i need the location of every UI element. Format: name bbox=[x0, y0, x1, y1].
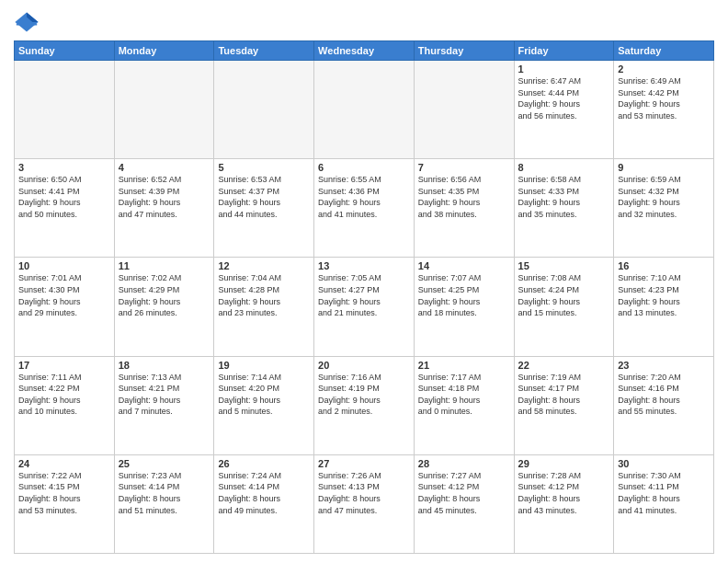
day-number: 24 bbox=[18, 458, 110, 469]
day-number: 10 bbox=[18, 260, 110, 271]
calendar-cell: 14Sunrise: 7:07 AM Sunset: 4:25 PM Dayli… bbox=[414, 258, 514, 356]
calendar-week-row: 24Sunrise: 7:22 AM Sunset: 4:15 PM Dayli… bbox=[15, 454, 714, 553]
calendar-cell: 5Sunrise: 6:53 AM Sunset: 4:37 PM Daylig… bbox=[214, 159, 314, 258]
day-info: Sunrise: 6:55 AM Sunset: 4:36 PM Dayligh… bbox=[318, 174, 410, 220]
calendar-cell: 16Sunrise: 7:10 AM Sunset: 4:23 PM Dayli… bbox=[614, 258, 714, 356]
day-info: Sunrise: 7:23 AM Sunset: 4:14 PM Dayligh… bbox=[119, 470, 210, 516]
calendar-cell: 17Sunrise: 7:11 AM Sunset: 4:22 PM Dayli… bbox=[15, 356, 115, 454]
day-number: 4 bbox=[119, 162, 210, 173]
day-info: Sunrise: 7:05 AM Sunset: 4:27 PM Dayligh… bbox=[318, 272, 410, 318]
logo bbox=[14, 9, 43, 35]
calendar-cell: 24Sunrise: 7:22 AM Sunset: 4:15 PM Dayli… bbox=[15, 454, 115, 553]
header bbox=[14, 9, 714, 35]
calendar-cell: 10Sunrise: 7:01 AM Sunset: 4:30 PM Dayli… bbox=[15, 258, 115, 356]
day-number: 19 bbox=[218, 360, 310, 371]
day-info: Sunrise: 6:56 AM Sunset: 4:35 PM Dayligh… bbox=[418, 174, 510, 220]
day-number: 5 bbox=[218, 162, 310, 173]
calendar-cell: 12Sunrise: 7:04 AM Sunset: 4:28 PM Dayli… bbox=[214, 258, 314, 356]
calendar-cell: 29Sunrise: 7:28 AM Sunset: 4:12 PM Dayli… bbox=[514, 454, 614, 553]
calendar-week-row: 3Sunrise: 6:50 AM Sunset: 4:41 PM Daylig… bbox=[15, 159, 714, 258]
calendar-cell: 9Sunrise: 6:59 AM Sunset: 4:32 PM Daylig… bbox=[614, 159, 714, 258]
day-info: Sunrise: 7:14 AM Sunset: 4:20 PM Dayligh… bbox=[218, 372, 310, 418]
day-info: Sunrise: 7:11 AM Sunset: 4:22 PM Dayligh… bbox=[18, 372, 110, 418]
day-info: Sunrise: 7:22 AM Sunset: 4:15 PM Dayligh… bbox=[18, 470, 110, 516]
weekday-header: Sunday bbox=[15, 41, 115, 61]
calendar-cell bbox=[314, 61, 415, 159]
day-info: Sunrise: 6:53 AM Sunset: 4:37 PM Dayligh… bbox=[218, 174, 310, 220]
day-number: 7 bbox=[418, 162, 510, 173]
calendar-week-row: 17Sunrise: 7:11 AM Sunset: 4:22 PM Dayli… bbox=[15, 356, 714, 454]
calendar-cell: 1Sunrise: 6:47 AM Sunset: 4:44 PM Daylig… bbox=[514, 61, 614, 159]
day-number: 9 bbox=[618, 162, 710, 173]
calendar-cell: 25Sunrise: 7:23 AM Sunset: 4:14 PM Dayli… bbox=[114, 454, 214, 553]
calendar-cell: 18Sunrise: 7:13 AM Sunset: 4:21 PM Dayli… bbox=[114, 356, 214, 454]
page: SundayMondayTuesdayWednesdayThursdayFrid… bbox=[0, 0, 728, 563]
weekday-header: Saturday bbox=[614, 41, 714, 61]
day-info: Sunrise: 6:50 AM Sunset: 4:41 PM Dayligh… bbox=[18, 174, 110, 220]
calendar-cell: 21Sunrise: 7:17 AM Sunset: 4:18 PM Dayli… bbox=[414, 356, 514, 454]
calendar-cell: 3Sunrise: 6:50 AM Sunset: 4:41 PM Daylig… bbox=[15, 159, 115, 258]
day-number: 6 bbox=[318, 162, 410, 173]
day-info: Sunrise: 7:28 AM Sunset: 4:12 PM Dayligh… bbox=[518, 470, 610, 516]
calendar-week-row: 1Sunrise: 6:47 AM Sunset: 4:44 PM Daylig… bbox=[15, 61, 714, 159]
day-number: 12 bbox=[218, 260, 310, 271]
day-info: Sunrise: 6:58 AM Sunset: 4:33 PM Dayligh… bbox=[518, 174, 610, 220]
day-number: 3 bbox=[18, 162, 110, 173]
calendar-cell: 26Sunrise: 7:24 AM Sunset: 4:14 PM Dayli… bbox=[214, 454, 314, 553]
calendar-cell: 30Sunrise: 7:30 AM Sunset: 4:11 PM Dayli… bbox=[614, 454, 714, 553]
day-info: Sunrise: 7:01 AM Sunset: 4:30 PM Dayligh… bbox=[18, 272, 110, 318]
day-number: 18 bbox=[119, 360, 210, 371]
calendar-cell: 4Sunrise: 6:52 AM Sunset: 4:39 PM Daylig… bbox=[114, 159, 214, 258]
day-number: 2 bbox=[618, 63, 710, 75]
day-info: Sunrise: 7:26 AM Sunset: 4:13 PM Dayligh… bbox=[318, 470, 410, 516]
day-info: Sunrise: 7:19 AM Sunset: 4:17 PM Dayligh… bbox=[518, 372, 610, 418]
calendar-cell bbox=[15, 61, 115, 159]
day-info: Sunrise: 7:20 AM Sunset: 4:16 PM Dayligh… bbox=[618, 372, 710, 418]
day-info: Sunrise: 7:13 AM Sunset: 4:21 PM Dayligh… bbox=[119, 372, 210, 418]
day-info: Sunrise: 7:10 AM Sunset: 4:23 PM Dayligh… bbox=[618, 272, 710, 318]
day-number: 13 bbox=[318, 260, 410, 271]
day-number: 28 bbox=[418, 458, 510, 469]
calendar-cell: 13Sunrise: 7:05 AM Sunset: 4:27 PM Dayli… bbox=[314, 258, 415, 356]
calendar-cell bbox=[414, 61, 514, 159]
weekday-header: Thursday bbox=[414, 41, 514, 61]
calendar-cell: 15Sunrise: 7:08 AM Sunset: 4:24 PM Dayli… bbox=[514, 258, 614, 356]
day-info: Sunrise: 7:27 AM Sunset: 4:12 PM Dayligh… bbox=[418, 470, 510, 516]
calendar-cell: 8Sunrise: 6:58 AM Sunset: 4:33 PM Daylig… bbox=[514, 159, 614, 258]
day-info: Sunrise: 7:02 AM Sunset: 4:29 PM Dayligh… bbox=[119, 272, 210, 318]
calendar-cell: 27Sunrise: 7:26 AM Sunset: 4:13 PM Dayli… bbox=[314, 454, 415, 553]
calendar-cell: 7Sunrise: 6:56 AM Sunset: 4:35 PM Daylig… bbox=[414, 159, 514, 258]
calendar-cell: 6Sunrise: 6:55 AM Sunset: 4:36 PM Daylig… bbox=[314, 159, 415, 258]
day-info: Sunrise: 7:04 AM Sunset: 4:28 PM Dayligh… bbox=[218, 272, 310, 318]
day-number: 11 bbox=[119, 260, 210, 271]
weekday-header: Tuesday bbox=[214, 41, 314, 61]
day-number: 15 bbox=[518, 260, 610, 271]
day-number: 20 bbox=[318, 360, 410, 371]
day-number: 16 bbox=[618, 260, 710, 271]
day-number: 8 bbox=[518, 162, 610, 173]
day-number: 17 bbox=[18, 360, 110, 371]
calendar-cell: 20Sunrise: 7:16 AM Sunset: 4:19 PM Dayli… bbox=[314, 356, 415, 454]
day-info: Sunrise: 6:47 AM Sunset: 4:44 PM Dayligh… bbox=[518, 75, 610, 121]
day-info: Sunrise: 7:16 AM Sunset: 4:19 PM Dayligh… bbox=[318, 372, 410, 418]
logo-icon bbox=[14, 9, 40, 35]
day-number: 25 bbox=[119, 458, 210, 469]
calendar-cell: 19Sunrise: 7:14 AM Sunset: 4:20 PM Dayli… bbox=[214, 356, 314, 454]
day-number: 22 bbox=[518, 360, 610, 371]
day-info: Sunrise: 6:52 AM Sunset: 4:39 PM Dayligh… bbox=[119, 174, 210, 220]
weekday-header: Wednesday bbox=[314, 41, 415, 61]
calendar-table: SundayMondayTuesdayWednesdayThursdayFrid… bbox=[14, 40, 714, 554]
calendar-header-row: SundayMondayTuesdayWednesdayThursdayFrid… bbox=[15, 41, 714, 61]
calendar-cell: 2Sunrise: 6:49 AM Sunset: 4:42 PM Daylig… bbox=[614, 61, 714, 159]
day-info: Sunrise: 7:07 AM Sunset: 4:25 PM Dayligh… bbox=[418, 272, 510, 318]
day-number: 1 bbox=[518, 63, 610, 75]
day-number: 29 bbox=[518, 458, 610, 469]
calendar-cell: 23Sunrise: 7:20 AM Sunset: 4:16 PM Dayli… bbox=[614, 356, 714, 454]
day-number: 26 bbox=[218, 458, 310, 469]
day-info: Sunrise: 7:24 AM Sunset: 4:14 PM Dayligh… bbox=[218, 470, 310, 516]
day-info: Sunrise: 6:49 AM Sunset: 4:42 PM Dayligh… bbox=[618, 75, 710, 121]
day-number: 30 bbox=[618, 458, 710, 469]
calendar-cell bbox=[114, 61, 214, 159]
weekday-header: Monday bbox=[114, 41, 214, 61]
calendar-week-row: 10Sunrise: 7:01 AM Sunset: 4:30 PM Dayli… bbox=[15, 258, 714, 356]
